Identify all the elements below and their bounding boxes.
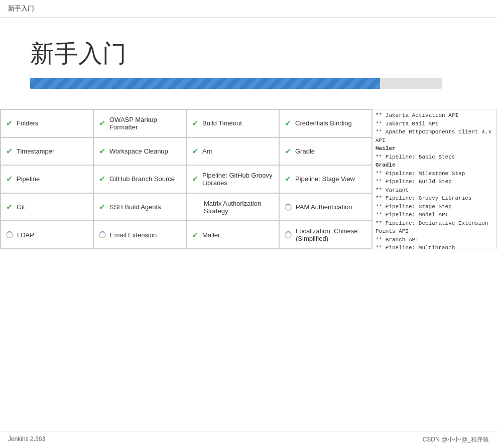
plugin-cell: ✔GitHub Branch Source (93, 165, 186, 193)
plugin-label: Folders (17, 119, 38, 127)
log-line: ** Variant (376, 186, 493, 195)
plugin-label: Credentials Binding (295, 119, 352, 127)
log-line: ** Pipeline: Stage Step (376, 203, 493, 211)
plugin-cell: Email Extension (93, 221, 186, 249)
plugin-cell: ✔Pipeline: Stage View (279, 165, 372, 193)
plugin-label: SSH Build Agents (109, 203, 161, 211)
plugin-cell: ✔Git (1, 193, 93, 221)
log-line: ** Apache HttpComponents Client 4.x API (376, 128, 493, 144)
log-line: ** Branch API (376, 236, 493, 244)
log-line: ** Pipeline: Build Step (376, 178, 493, 186)
plugin-cell: ✔Ant (186, 137, 279, 166)
top-nav: 新手入门 (0, 0, 497, 18)
plugin-cell: ✔SSH Build Agents (93, 193, 186, 221)
page-title: 新手入门 (30, 38, 467, 70)
plugin-label: GitHub Branch Source (109, 175, 175, 183)
plugin-cell: ✔Timestamper (1, 137, 93, 166)
plugin-label: Gradle (295, 147, 315, 155)
progress-bar-container (30, 78, 442, 89)
plugin-cell: ✔Build Timeout (186, 109, 279, 137)
plugins-grid: ✔Folders✔OWASP Markup Formatter✔Build Ti… (0, 109, 372, 249)
check-icon: ✔ (285, 146, 291, 156)
plugin-cell: LDAP (1, 221, 93, 249)
plugin-cell: ✔Gradle (279, 137, 372, 166)
plugin-label: Email Extension (110, 231, 157, 239)
plugin-label: Timestamper (17, 147, 54, 155)
plugin-cell: ✔OWASP Markup Formatter (93, 109, 186, 137)
sidebar-log[interactable]: ** Jakarta Activation API** Jakarta Mail… (372, 109, 497, 249)
check-icon: ✔ (99, 146, 105, 156)
plugin-cell: ✔Folders (1, 109, 93, 137)
check-icon: ✔ (192, 118, 198, 128)
spinner-icon (285, 204, 292, 211)
spinner-icon (6, 231, 13, 238)
plugin-label: LDAP (17, 231, 34, 239)
check-icon: ✔ (192, 146, 198, 156)
log-line: Mailer (376, 144, 493, 153)
plugin-label: Ant (202, 147, 212, 155)
main-content: 新手入门 ✔Folders✔OWASP Markup Formatter✔Bui… (0, 18, 497, 259)
log-line: ** Pipeline: Basic Steps (376, 153, 493, 162)
log-line: ** Jakarta Activation API (376, 111, 493, 120)
plugin-label: Pipeline: Stage View (295, 175, 355, 183)
log-line: ** Jakarta Mail API (376, 120, 493, 128)
progress-bar-fill (30, 78, 380, 89)
plugin-label: Matrix Authorization Strategy (204, 200, 274, 215)
check-icon: ✔ (6, 174, 13, 184)
log-line: ** Pipeline: Groovy Libraries (376, 194, 493, 203)
plugin-label: Build Timeout (202, 119, 242, 127)
log-line: ** Pipeline: Milestone Step (376, 170, 493, 178)
check-icon: ✔ (285, 118, 291, 128)
plugin-label: Localization: Chinese (Simplified) (296, 227, 366, 242)
log-line: ** Pipeline: Model API (376, 211, 493, 219)
spinner-icon (285, 231, 292, 238)
plugin-cell: Localization: Chinese (Simplified) (279, 221, 372, 249)
log-line: Gradle (376, 161, 493, 170)
plugin-cell: ✔Pipeline (1, 165, 93, 193)
log-line: ** Pipeline: Multibranch (376, 244, 493, 249)
check-icon: ✔ (192, 174, 198, 184)
check-icon: ✔ (192, 230, 198, 240)
plugin-label: Mailer (202, 231, 220, 239)
plugin-cell: ✔Workspace Cleanup (93, 137, 186, 166)
plugin-label: Pipeline: GitHub Groovy Libraries (202, 172, 274, 187)
check-icon: ✔ (99, 174, 105, 184)
plugin-label: OWASP Markup Formatter (109, 116, 181, 131)
plugin-label: PAM Authentication (296, 203, 352, 211)
spinner-icon (99, 231, 106, 238)
plugin-cell: ✔Mailer (186, 221, 279, 249)
log-line: ** Pipeline: Declarative Extension Point… (376, 219, 493, 236)
plugin-cell: ✔Pipeline: GitHub Groovy Libraries (186, 165, 279, 193)
check-icon: ✔ (99, 118, 105, 128)
check-icon: ✔ (6, 202, 13, 212)
check-icon: ✔ (285, 174, 291, 184)
nav-label: 新手入门 (8, 5, 34, 12)
plugin-label: Workspace Cleanup (109, 147, 168, 155)
check-icon: ✔ (6, 146, 13, 156)
plugin-label: Pipeline (17, 175, 40, 183)
plugins-section: ✔Folders✔OWASP Markup Formatter✔Build Ti… (0, 109, 497, 249)
plugin-label: Git (17, 203, 25, 211)
check-icon: ✔ (99, 202, 105, 212)
check-icon: ✔ (6, 118, 13, 128)
plugin-cell: Matrix Authorization Strategy (186, 193, 279, 221)
plugin-cell: PAM Authentication (279, 193, 372, 221)
plugin-cell: ✔Credentials Binding (279, 109, 372, 137)
